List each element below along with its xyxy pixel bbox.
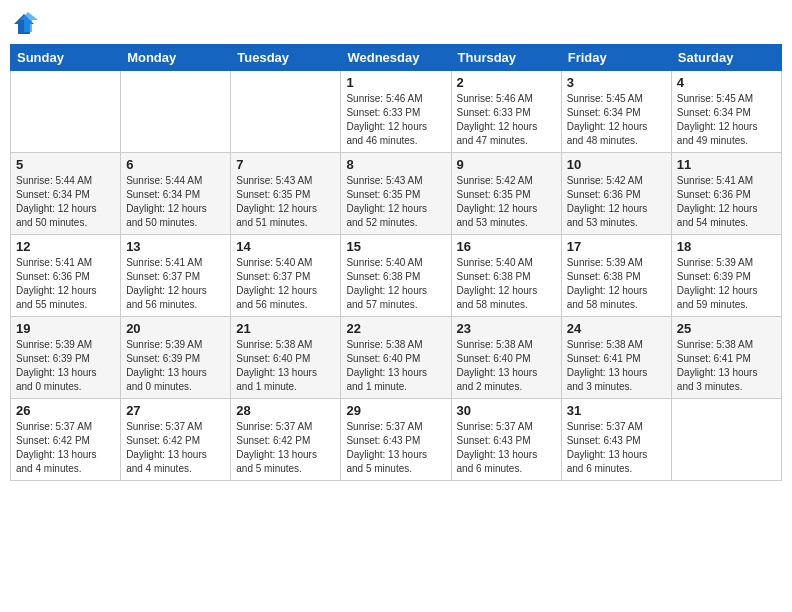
calendar-cell	[231, 71, 341, 153]
day-info: Sunrise: 5:37 AM Sunset: 6:42 PM Dayligh…	[236, 420, 335, 476]
calendar-cell: 3Sunrise: 5:45 AM Sunset: 6:34 PM Daylig…	[561, 71, 671, 153]
day-info: Sunrise: 5:39 AM Sunset: 6:38 PM Dayligh…	[567, 256, 666, 312]
day-info: Sunrise: 5:37 AM Sunset: 6:42 PM Dayligh…	[16, 420, 115, 476]
calendar-cell: 1Sunrise: 5:46 AM Sunset: 6:33 PM Daylig…	[341, 71, 451, 153]
calendar-cell: 24Sunrise: 5:38 AM Sunset: 6:41 PM Dayli…	[561, 317, 671, 399]
calendar-cell: 29Sunrise: 5:37 AM Sunset: 6:43 PM Dayli…	[341, 399, 451, 481]
day-info: Sunrise: 5:39 AM Sunset: 6:39 PM Dayligh…	[677, 256, 776, 312]
day-number: 16	[457, 239, 556, 254]
day-number: 15	[346, 239, 445, 254]
day-number: 12	[16, 239, 115, 254]
calendar-cell	[11, 71, 121, 153]
day-info: Sunrise: 5:41 AM Sunset: 6:36 PM Dayligh…	[16, 256, 115, 312]
calendar-cell: 16Sunrise: 5:40 AM Sunset: 6:38 PM Dayli…	[451, 235, 561, 317]
day-info: Sunrise: 5:37 AM Sunset: 6:43 PM Dayligh…	[457, 420, 556, 476]
day-number: 1	[346, 75, 445, 90]
calendar-cell: 25Sunrise: 5:38 AM Sunset: 6:41 PM Dayli…	[671, 317, 781, 399]
day-number: 5	[16, 157, 115, 172]
header-monday: Monday	[121, 45, 231, 71]
day-info: Sunrise: 5:40 AM Sunset: 6:38 PM Dayligh…	[346, 256, 445, 312]
calendar-cell: 22Sunrise: 5:38 AM Sunset: 6:40 PM Dayli…	[341, 317, 451, 399]
day-info: Sunrise: 5:46 AM Sunset: 6:33 PM Dayligh…	[346, 92, 445, 148]
calendar-cell: 18Sunrise: 5:39 AM Sunset: 6:39 PM Dayli…	[671, 235, 781, 317]
day-number: 23	[457, 321, 556, 336]
calendar-week-4: 19Sunrise: 5:39 AM Sunset: 6:39 PM Dayli…	[11, 317, 782, 399]
day-number: 4	[677, 75, 776, 90]
day-info: Sunrise: 5:45 AM Sunset: 6:34 PM Dayligh…	[677, 92, 776, 148]
day-info: Sunrise: 5:38 AM Sunset: 6:41 PM Dayligh…	[677, 338, 776, 394]
day-info: Sunrise: 5:37 AM Sunset: 6:42 PM Dayligh…	[126, 420, 225, 476]
calendar-cell: 28Sunrise: 5:37 AM Sunset: 6:42 PM Dayli…	[231, 399, 341, 481]
day-number: 19	[16, 321, 115, 336]
calendar-cell: 20Sunrise: 5:39 AM Sunset: 6:39 PM Dayli…	[121, 317, 231, 399]
day-number: 6	[126, 157, 225, 172]
day-number: 13	[126, 239, 225, 254]
calendar-cell	[121, 71, 231, 153]
day-number: 2	[457, 75, 556, 90]
header-friday: Friday	[561, 45, 671, 71]
day-number: 30	[457, 403, 556, 418]
calendar-cell	[671, 399, 781, 481]
day-info: Sunrise: 5:38 AM Sunset: 6:40 PM Dayligh…	[457, 338, 556, 394]
calendar-cell: 17Sunrise: 5:39 AM Sunset: 6:38 PM Dayli…	[561, 235, 671, 317]
day-info: Sunrise: 5:37 AM Sunset: 6:43 PM Dayligh…	[346, 420, 445, 476]
page-header	[10, 10, 782, 38]
day-number: 10	[567, 157, 666, 172]
day-number: 11	[677, 157, 776, 172]
calendar-week-5: 26Sunrise: 5:37 AM Sunset: 6:42 PM Dayli…	[11, 399, 782, 481]
logo-icon	[10, 10, 38, 38]
day-number: 20	[126, 321, 225, 336]
day-number: 18	[677, 239, 776, 254]
header-tuesday: Tuesday	[231, 45, 341, 71]
day-info: Sunrise: 5:37 AM Sunset: 6:43 PM Dayligh…	[567, 420, 666, 476]
day-info: Sunrise: 5:41 AM Sunset: 6:37 PM Dayligh…	[126, 256, 225, 312]
day-info: Sunrise: 5:40 AM Sunset: 6:38 PM Dayligh…	[457, 256, 556, 312]
day-number: 9	[457, 157, 556, 172]
day-number: 17	[567, 239, 666, 254]
day-info: Sunrise: 5:38 AM Sunset: 6:41 PM Dayligh…	[567, 338, 666, 394]
day-info: Sunrise: 5:46 AM Sunset: 6:33 PM Dayligh…	[457, 92, 556, 148]
day-number: 7	[236, 157, 335, 172]
day-info: Sunrise: 5:39 AM Sunset: 6:39 PM Dayligh…	[126, 338, 225, 394]
header-saturday: Saturday	[671, 45, 781, 71]
calendar-cell: 19Sunrise: 5:39 AM Sunset: 6:39 PM Dayli…	[11, 317, 121, 399]
day-info: Sunrise: 5:38 AM Sunset: 6:40 PM Dayligh…	[346, 338, 445, 394]
day-info: Sunrise: 5:38 AM Sunset: 6:40 PM Dayligh…	[236, 338, 335, 394]
day-number: 14	[236, 239, 335, 254]
calendar-cell: 30Sunrise: 5:37 AM Sunset: 6:43 PM Dayli…	[451, 399, 561, 481]
header-thursday: Thursday	[451, 45, 561, 71]
calendar-table: SundayMondayTuesdayWednesdayThursdayFrid…	[10, 44, 782, 481]
calendar-week-1: 1Sunrise: 5:46 AM Sunset: 6:33 PM Daylig…	[11, 71, 782, 153]
day-number: 21	[236, 321, 335, 336]
calendar-cell: 4Sunrise: 5:45 AM Sunset: 6:34 PM Daylig…	[671, 71, 781, 153]
calendar-cell: 10Sunrise: 5:42 AM Sunset: 6:36 PM Dayli…	[561, 153, 671, 235]
calendar-cell: 8Sunrise: 5:43 AM Sunset: 6:35 PM Daylig…	[341, 153, 451, 235]
day-number: 27	[126, 403, 225, 418]
day-number: 24	[567, 321, 666, 336]
calendar-cell: 5Sunrise: 5:44 AM Sunset: 6:34 PM Daylig…	[11, 153, 121, 235]
calendar-cell: 11Sunrise: 5:41 AM Sunset: 6:36 PM Dayli…	[671, 153, 781, 235]
header-wednesday: Wednesday	[341, 45, 451, 71]
calendar-cell: 15Sunrise: 5:40 AM Sunset: 6:38 PM Dayli…	[341, 235, 451, 317]
calendar-cell: 7Sunrise: 5:43 AM Sunset: 6:35 PM Daylig…	[231, 153, 341, 235]
day-info: Sunrise: 5:44 AM Sunset: 6:34 PM Dayligh…	[16, 174, 115, 230]
day-number: 29	[346, 403, 445, 418]
day-info: Sunrise: 5:43 AM Sunset: 6:35 PM Dayligh…	[236, 174, 335, 230]
day-info: Sunrise: 5:44 AM Sunset: 6:34 PM Dayligh…	[126, 174, 225, 230]
calendar-cell: 31Sunrise: 5:37 AM Sunset: 6:43 PM Dayli…	[561, 399, 671, 481]
calendar-cell: 27Sunrise: 5:37 AM Sunset: 6:42 PM Dayli…	[121, 399, 231, 481]
day-number: 31	[567, 403, 666, 418]
day-number: 25	[677, 321, 776, 336]
calendar-cell: 12Sunrise: 5:41 AM Sunset: 6:36 PM Dayli…	[11, 235, 121, 317]
calendar-week-3: 12Sunrise: 5:41 AM Sunset: 6:36 PM Dayli…	[11, 235, 782, 317]
calendar-cell: 21Sunrise: 5:38 AM Sunset: 6:40 PM Dayli…	[231, 317, 341, 399]
calendar-cell: 23Sunrise: 5:38 AM Sunset: 6:40 PM Dayli…	[451, 317, 561, 399]
day-info: Sunrise: 5:40 AM Sunset: 6:37 PM Dayligh…	[236, 256, 335, 312]
day-number: 8	[346, 157, 445, 172]
calendar-header-row: SundayMondayTuesdayWednesdayThursdayFrid…	[11, 45, 782, 71]
day-info: Sunrise: 5:41 AM Sunset: 6:36 PM Dayligh…	[677, 174, 776, 230]
day-number: 22	[346, 321, 445, 336]
day-info: Sunrise: 5:45 AM Sunset: 6:34 PM Dayligh…	[567, 92, 666, 148]
calendar-cell: 26Sunrise: 5:37 AM Sunset: 6:42 PM Dayli…	[11, 399, 121, 481]
logo	[10, 10, 42, 38]
